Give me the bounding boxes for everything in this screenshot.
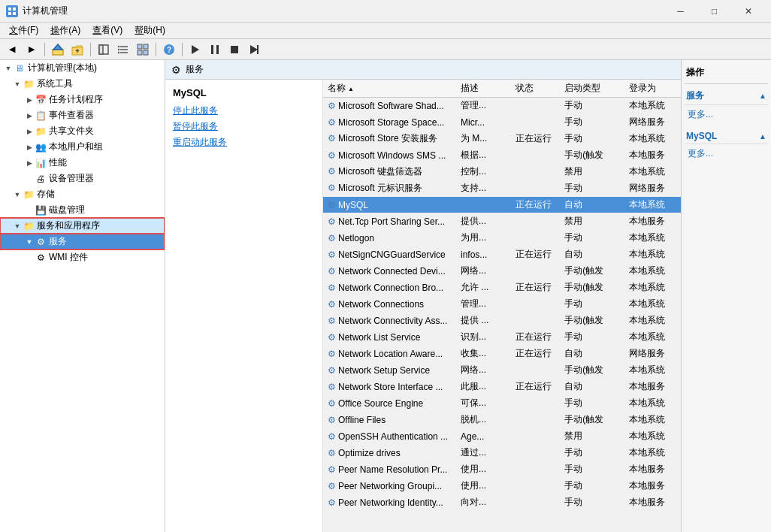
table-row[interactable]: ⚙Microsoft Software Shad...管理...手动本地系统 <box>323 98 681 114</box>
table-row[interactable]: ⚙Office Source Engine可保...手动本地系统 <box>323 395 681 412</box>
expand-arrow-perf[interactable]: ▶ <box>24 159 35 167</box>
svg-rect-22 <box>216 45 219 54</box>
show-hide-button[interactable] <box>95 41 113 58</box>
help-icon-button[interactable]: ? <box>160 41 178 58</box>
table-row[interactable]: ⚙Network Connected Devi...网络...手动(触发本地系统 <box>323 263 681 280</box>
table-row[interactable]: ⚙Network Connectivity Ass...提供 ...手动(触发本… <box>323 313 681 329</box>
minimize-button[interactable]: ─ <box>664 0 697 23</box>
play-button[interactable] <box>186 41 204 58</box>
tree-local-users[interactable]: ▶ 👥 本地用户和组 <box>0 139 165 155</box>
table-row[interactable]: ⚙Network Connections管理...手动本地系统 <box>323 296 681 313</box>
ops-more-services[interactable]: 更多... <box>685 107 768 122</box>
table-row[interactable]: ⚙Network Connection Bro...允许 ...正在运行手动(触… <box>323 280 681 296</box>
list-button[interactable] <box>114 41 132 58</box>
col-header-name[interactable]: 名称▲ <box>323 80 456 98</box>
table-row[interactable]: ⚙Netlogon为用...手动本地系统 <box>323 230 681 246</box>
close-button[interactable]: ✕ <box>731 0 765 23</box>
col-header-startup[interactable]: 启动类型 <box>560 80 624 98</box>
tree-performance[interactable]: ▶ 📊 性能 <box>0 155 165 171</box>
expand-arrow-events[interactable]: ▶ <box>24 112 35 119</box>
maximize-button[interactable]: □ <box>697 0 731 23</box>
folder-up-button[interactable] <box>68 41 86 58</box>
svg-rect-3 <box>13 12 16 15</box>
tree-storage[interactable]: ▼ 📁 存储 <box>0 186 165 202</box>
restart-button[interactable] <box>245 41 263 58</box>
table-row[interactable]: ⚙Network Location Aware...收集...正在运行自动网络服… <box>323 346 681 362</box>
tree-disk-mgr[interactable]: 💾 磁盘管理 <box>0 202 165 218</box>
service-gear-icon: ⚙ <box>328 150 336 161</box>
service-login-cell: 本地系统 <box>624 164 681 180</box>
stop-service-link[interactable]: 停止此服务 <box>173 104 315 117</box>
table-row[interactable]: ⚙Peer Networking Identity...向对...手动本地服务 <box>323 494 681 511</box>
expand-arrow-root[interactable]: ▼ <box>3 65 14 72</box>
tree-task-scheduler[interactable]: ▶ 📅 任务计划程序 <box>0 92 165 107</box>
service-desc-cell: 控制... <box>456 164 511 180</box>
service-startup-cell: 手动(触发 <box>560 362 624 379</box>
menu-help[interactable]: 帮助(H) <box>128 23 171 38</box>
forward-button[interactable]: ▶ <box>23 41 41 58</box>
pause-service-link[interactable]: 暂停此服务 <box>173 120 315 133</box>
expand-arrow-users[interactable]: ▶ <box>24 144 35 151</box>
pause-button[interactable] <box>206 41 224 58</box>
service-name-cell: ⚙Network List Service <box>323 329 456 346</box>
service-desc-cell: Micr... <box>456 114 511 131</box>
table-row[interactable]: ⚙NetSignCNGGuardServiceinfos...正在运行自动本地系… <box>323 246 681 263</box>
table-row[interactable]: ⚙OpenSSH Authentication ...Age...禁用本地系统 <box>323 428 681 445</box>
service-desc-cell: 根据... <box>456 147 511 164</box>
table-row[interactable]: ⚙Peer Networking Groupi...使用...手动本地服务 <box>323 478 681 494</box>
table-row[interactable]: ⚙Microsoft Storage Space...Micr...手动网络服务 <box>323 114 681 131</box>
restart-service-link[interactable]: 重启动此服务 <box>173 136 315 149</box>
tree-device-mgr[interactable]: 🖨 设备管理器 <box>0 171 165 186</box>
service-name-cell: ⚙Network Connected Devi... <box>323 263 456 280</box>
table-row[interactable]: ⚙Net.Tcp Port Sharing Ser...提供...禁用本地服务 <box>323 213 681 230</box>
table-row[interactable]: ⚙MySQL正在运行自动本地系统 <box>323 197 681 213</box>
table-row[interactable]: ⚙Microsoft 元标识服务支持...手动网络服务 <box>323 180 681 197</box>
table-row[interactable]: ⚙Network Setup Service网络...手动(触发本地系统 <box>323 362 681 379</box>
table-row[interactable]: ⚙Peer Name Resolution Pr...使用...手动本地服务 <box>323 461 681 478</box>
service-status-cell <box>511 263 560 280</box>
table-row[interactable]: ⚙Optimize drives通过...手动本地系统 <box>323 445 681 461</box>
col-header-login[interactable]: 登录为 <box>624 80 681 98</box>
menu-file[interactable]: 文件(F) <box>3 23 44 38</box>
service-desc-cell: 为用... <box>456 230 511 246</box>
tree-services-apps[interactable]: ▼ 📁 服务和应用程序 <box>0 218 165 234</box>
col-header-status[interactable]: 状态 <box>511 80 560 98</box>
expand-arrow-storage[interactable]: ▼ <box>12 191 23 198</box>
service-login-cell: 网络服务 <box>624 180 681 197</box>
tree-event-viewer[interactable]: ▶ 📋 事件查看器 <box>0 107 165 123</box>
menu-action[interactable]: 操作(A) <box>44 23 86 38</box>
service-table-container[interactable]: 名称▲ 描述 状态 启动类型 登录为 ⚙Microsoft Software S… <box>323 80 681 532</box>
service-desc-cell: 可保... <box>456 395 511 412</box>
service-startup-cell: 手动 <box>560 98 624 114</box>
tree-shared-folders[interactable]: ▶ 📁 共享文件夹 <box>0 123 165 139</box>
perf-icon: 📊 <box>35 157 47 169</box>
table-row[interactable]: ⚙Microsoft Windows SMS ...根据...手动(触发本地服务 <box>323 147 681 164</box>
tree-wmi[interactable]: ⚙ WMI 控件 <box>0 249 165 265</box>
tree-services[interactable]: ▼ ⚙ 服务 <box>0 234 165 249</box>
service-desc-cell: 此服... <box>456 379 511 395</box>
table-row[interactable]: ⚙Network List Service识别...正在运行手动本地系统 <box>323 329 681 346</box>
tree-root[interactable]: ▼ 🖥 计算机管理(本地) <box>0 60 165 76</box>
menu-view[interactable]: 查看(V) <box>86 23 128 38</box>
expand-arrow-svcapps[interactable]: ▼ <box>12 222 23 230</box>
back-button[interactable]: ◀ <box>3 41 21 58</box>
main-container: ▼ 🖥 计算机管理(本地) ▼ 📁 系统工具 ▶ 📅 任务计划程序 ▶ 📋 事件… <box>0 60 771 532</box>
up-button[interactable] <box>49 41 67 58</box>
storage-folder-icon: 📁 <box>23 189 35 201</box>
expand-arrow-svc[interactable]: ▼ <box>24 238 35 246</box>
expand-arrow-shared[interactable]: ▶ <box>24 128 35 135</box>
stop-button[interactable] <box>225 41 243 58</box>
tree-system-tools[interactable]: ▼ 📁 系统工具 <box>0 76 165 92</box>
expand-arrow-tasks[interactable]: ▶ <box>24 96 35 104</box>
ops-more-mysql[interactable]: 更多... <box>685 146 768 162</box>
table-row[interactable]: ⚙Offline Files脱机...手动(触发本地系统 <box>323 412 681 428</box>
service-startup-cell: 手动 <box>560 296 624 313</box>
table-row[interactable]: ⚙Microsoft Store 安装服务为 M...正在运行手动本地系统 <box>323 131 681 147</box>
expand-arrow-systools[interactable]: ▼ <box>12 80 23 88</box>
service-name-cell: ⚙Network Connections <box>323 296 456 313</box>
service-startup-cell: 手动 <box>560 114 624 131</box>
col-header-desc[interactable]: 描述 <box>456 80 511 98</box>
view-button[interactable] <box>134 41 152 58</box>
table-row[interactable]: ⚙Network Store Interface ...此服...正在运行自动本… <box>323 379 681 395</box>
table-row[interactable]: ⚙Microsoft 键盘筛选器控制...禁用本地系统 <box>323 164 681 180</box>
